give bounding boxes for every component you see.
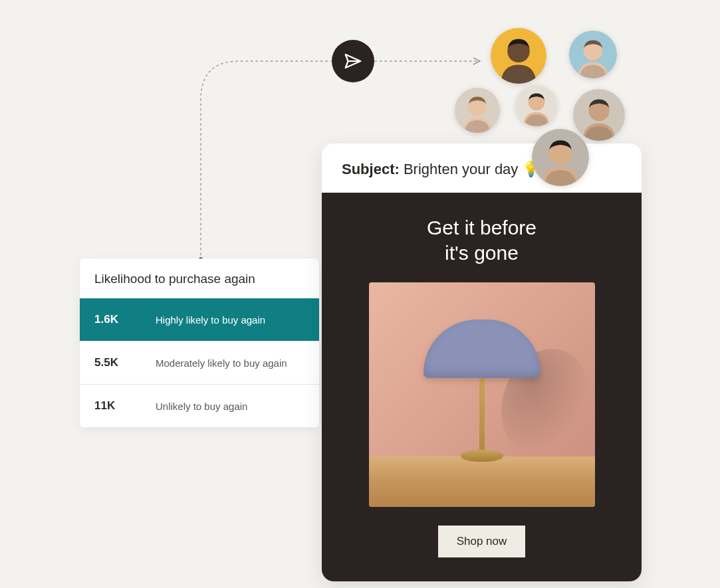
subject-text: Brighten your day 💡 [404,161,540,177]
email-body: Get it before it's gone Shop now [322,193,642,581]
segment-row-moderately-likely[interactable]: 5.5K Moderately likely to buy again [80,341,319,384]
avatar-2 [569,31,617,78]
avatar-4 [516,85,557,126]
segment-label: Moderately likely to buy again [156,357,287,369]
headline-line-1: Get it before [427,217,537,239]
segment-title: Likelihood to purchase again [80,258,319,298]
avatar-6 [532,129,589,186]
product-image [369,282,595,507]
avatar-1 [491,28,546,84]
segment-count: 1.6K [94,313,156,326]
avatar-3 [455,88,500,133]
subject-label: Subject: [342,161,400,177]
shop-now-button[interactable]: Shop now [438,526,526,557]
segment-row-unlikely[interactable]: 11K Unlikely to buy again [80,384,319,427]
send-icon [332,40,374,82]
segment-card: Likelihood to purchase again 1.6K Highly… [80,258,319,427]
email-preview-card: Subject: Brighten your day 💡 Get it befo… [322,144,642,581]
avatar-5 [573,89,625,141]
email-headline: Get it before it's gone [342,215,622,265]
email-subject-bar: Subject: Brighten your day 💡 [322,144,642,193]
segment-count: 5.5K [94,356,156,369]
segment-row-highly-likely[interactable]: 1.6K Highly likely to buy again [80,298,319,341]
segment-count: 11K [94,399,156,413]
segment-label: Unlikely to buy again [156,401,247,412]
segment-label: Highly likely to buy again [156,314,265,326]
headline-line-2: it's gone [445,242,519,264]
